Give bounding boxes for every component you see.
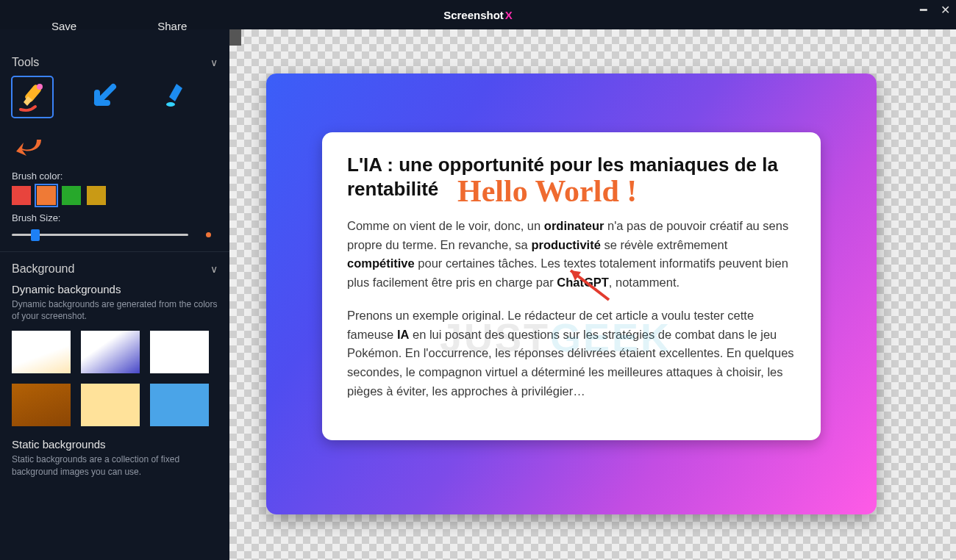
- chevron-down-icon[interactable]: ∨: [210, 57, 218, 68]
- app-title-x: X: [505, 9, 513, 21]
- bg-swatch-1[interactable]: [12, 331, 71, 373]
- minimize-button[interactable]: ━: [920, 4, 927, 16]
- window-controls: ━ ✕: [920, 4, 950, 16]
- background-title: Background: [12, 262, 74, 276]
- canvas-area[interactable]: L'IA : une opportunité pour les maniaque…: [229, 29, 956, 560]
- highlighter-tool[interactable]: [156, 76, 197, 118]
- swatch-red[interactable]: [12, 186, 31, 205]
- save-menu[interactable]: Save: [51, 20, 76, 32]
- tools-title: Tools: [12, 56, 39, 69]
- arrow-icon: [88, 81, 121, 113]
- svg-point-1: [37, 84, 43, 90]
- static-bg-title: Static backgrounds: [12, 438, 218, 450]
- static-bg-desc: Static backgrounds are a collection of f…: [12, 453, 218, 477]
- bg-swatch-grid: [12, 331, 218, 426]
- brush-color-label: Brush color:: [12, 170, 218, 182]
- screenshot-content: L'IA : une opportunité pour les maniaque…: [322, 132, 821, 440]
- svg-point-2: [166, 102, 175, 107]
- bg-swatch-5[interactable]: [81, 384, 140, 426]
- pen-icon: [15, 80, 49, 114]
- bg-swatch-6[interactable]: [150, 384, 209, 426]
- brush-size-label: Brush Size:: [12, 212, 218, 223]
- scroll-handle[interactable]: [229, 29, 241, 46]
- article-paragraph-1: Comme on vient de le voir, donc, un ordi…: [347, 217, 796, 292]
- pen-tool[interactable]: [12, 76, 53, 118]
- background-frame[interactable]: L'IA : une opportunité pour les maniaque…: [266, 73, 877, 514]
- background-header[interactable]: Background ∨: [12, 262, 218, 276]
- titlebar: ScreenshotX ━ ✕ Save Share: [0, 0, 956, 29]
- dynamic-bg-desc: Dynamic backgrounds are generated from t…: [12, 298, 218, 322]
- share-menu[interactable]: Share: [157, 20, 187, 32]
- bg-swatch-2[interactable]: [81, 331, 140, 373]
- swatch-orange[interactable]: [37, 186, 56, 205]
- bg-swatch-4[interactable]: [12, 384, 71, 426]
- bg-swatch-3[interactable]: [150, 331, 209, 373]
- brush-color-swatches: [12, 186, 218, 205]
- highlighter-icon: [162, 81, 191, 113]
- article-paragraph-2: Prenons un exemple original. Le rédacteu…: [347, 306, 796, 401]
- tools-header[interactable]: Tools ∨: [12, 56, 218, 69]
- arrow-tool[interactable]: [84, 76, 125, 118]
- dynamic-bg-title: Dynamic backgrounds: [12, 283, 218, 295]
- undo-button[interactable]: [12, 131, 47, 160]
- chevron-down-icon[interactable]: ∨: [210, 263, 218, 275]
- app-title-text: Screenshot: [443, 9, 504, 21]
- brush-size-preview-dot: [206, 232, 211, 237]
- close-button[interactable]: ✕: [941, 4, 950, 16]
- swatch-green[interactable]: [62, 186, 81, 205]
- slider-thumb[interactable]: [31, 229, 40, 241]
- app-title: ScreenshotX: [443, 9, 513, 21]
- undo-icon: [13, 132, 46, 159]
- sidebar: Tools ∨: [0, 29, 229, 560]
- brush-size-slider[interactable]: [12, 228, 188, 241]
- article-title: L'IA : une opportunité pour les maniaque…: [347, 153, 796, 201]
- divider: [0, 251, 229, 252]
- swatch-olive[interactable]: [87, 186, 106, 205]
- menu-bar: Save Share: [0, 13, 187, 38]
